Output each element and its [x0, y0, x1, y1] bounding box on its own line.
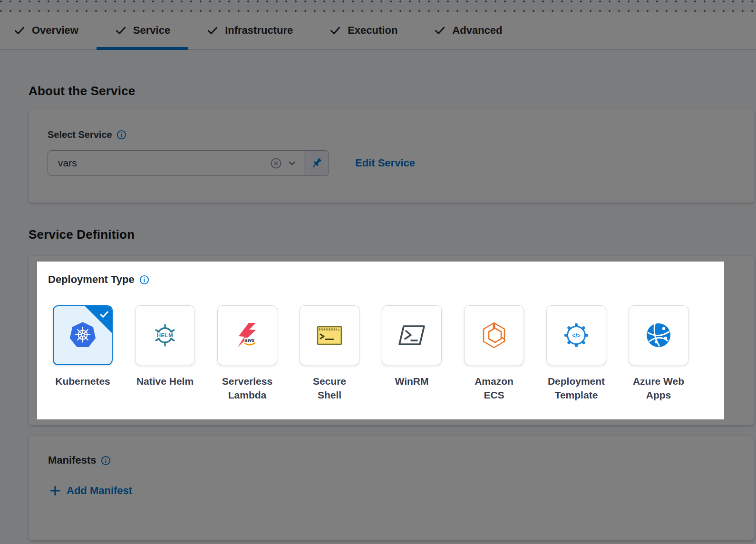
corner-check-icon — [99, 309, 109, 320]
deployment-type-tiles: Kubernetes HELM Native Helm — [53, 305, 688, 402]
pipeline-canvas-strip — [0, 0, 756, 12]
service-select-input[interactable] — [58, 157, 265, 169]
check-icon — [434, 24, 446, 37]
helm-icon: HELM — [150, 320, 180, 350]
deployment-option-amazon-ecs: Amazon ECS — [464, 305, 524, 402]
deployment-option-secure-shell: Secure Shell — [300, 305, 359, 402]
winrm-icon — [397, 320, 427, 350]
pin-icon — [310, 157, 323, 169]
tab-infrastructure[interactable]: Infrastructure — [188, 12, 311, 49]
deployment-option-azure-web-apps: Azure Web Apps — [629, 305, 688, 402]
tile-label: Amazon ECS — [465, 374, 523, 402]
select-service-label-row: Select Service — [48, 129, 126, 140]
svg-text:aws: aws — [245, 337, 255, 343]
info-icon[interactable] — [116, 130, 126, 140]
check-icon — [115, 24, 127, 37]
check-icon — [206, 24, 219, 37]
tab-label: Overview — [32, 24, 78, 37]
tab-service[interactable]: Service — [97, 12, 188, 49]
service-definition-heading: Service Definition — [29, 227, 135, 242]
about-service-card: Select Service — [29, 109, 754, 203]
tile-winrm[interactable] — [382, 305, 442, 365]
edit-service-link[interactable]: Edit Service — [355, 157, 415, 169]
tile-deployment-template[interactable]: </> — [546, 305, 606, 365]
check-icon — [329, 24, 341, 37]
tile-serverless-lambda[interactable]: aws — [217, 305, 277, 365]
tab-label: Advanced — [452, 24, 502, 37]
deployment-template-icon: </> — [561, 320, 591, 350]
tile-azure-web-apps[interactable] — [629, 305, 688, 365]
about-service-heading: About the Service — [29, 84, 135, 98]
tile-label: Azure Web Apps — [630, 374, 688, 402]
kubernetes-icon — [67, 320, 98, 351]
check-icon — [13, 24, 26, 37]
circle-x-icon[interactable] — [270, 157, 282, 169]
deployment-option-winrm: WinRM — [382, 305, 442, 402]
svg-text:</>: </> — [572, 332, 580, 339]
tile-secure-shell[interactable] — [300, 305, 359, 365]
deployment-option-serverless-lambda: aws Serverless Lambda — [217, 305, 277, 402]
secure-shell-icon — [314, 320, 345, 350]
deployment-option-kubernetes: Kubernetes — [53, 305, 113, 402]
deployment-option-native-helm: HELM Native Helm — [135, 305, 195, 402]
tile-label: Secure Shell — [300, 374, 359, 402]
pin-button[interactable] — [304, 150, 329, 176]
tile-kubernetes[interactable] — [53, 305, 113, 365]
tab-label: Execution — [348, 24, 397, 37]
tab-overview[interactable]: Overview — [0, 12, 97, 49]
stage-tabs: Overview Service Infrastructure Executio… — [0, 12, 756, 50]
add-manifest-button[interactable]: Add Manifest — [49, 485, 132, 497]
serverless-lambda-icon: aws — [232, 320, 262, 350]
tile-label: WinRM — [383, 374, 441, 388]
tab-advanced[interactable]: Advanced — [416, 12, 520, 49]
deployment-type-panel: Deployment Type — [37, 262, 724, 419]
tile-label: Native Helm — [136, 374, 194, 388]
info-icon[interactable] — [139, 275, 149, 285]
deployment-option-deployment-template: </> Deployment Template — [546, 305, 606, 402]
service-config-page: Overview Service Infrastructure Executio… — [0, 0, 756, 544]
deployment-type-heading-row: Deployment Type — [48, 273, 149, 286]
manifests-heading: Manifests — [48, 454, 96, 466]
tile-label: Kubernetes — [54, 374, 112, 388]
manifests-heading-row: Manifests — [48, 454, 111, 466]
tab-execution[interactable]: Execution — [311, 12, 416, 49]
tile-label: Deployment Template — [547, 374, 605, 402]
chevron-down-icon[interactable] — [287, 158, 297, 168]
manifests-card: Manifests Add Manifest — [29, 436, 754, 540]
svg-text:HELM: HELM — [157, 332, 174, 338]
tile-label: Serverless Lambda — [218, 374, 276, 402]
add-manifest-label: Add Manifest — [67, 485, 132, 497]
amazon-ecs-icon — [479, 320, 509, 350]
tile-amazon-ecs[interactable] — [464, 305, 524, 365]
service-select[interactable] — [48, 150, 304, 176]
select-service-row: Edit Service — [48, 150, 415, 176]
deployment-type-label: Deployment Type — [48, 273, 135, 286]
azure-web-apps-icon — [643, 320, 674, 350]
tile-native-helm[interactable]: HELM — [135, 305, 195, 365]
tab-label: Service — [133, 24, 170, 37]
select-service-label: Select Service — [48, 129, 112, 140]
plus-icon — [49, 485, 61, 496]
info-icon[interactable] — [101, 456, 111, 466]
tab-label: Infrastructure — [225, 24, 293, 37]
